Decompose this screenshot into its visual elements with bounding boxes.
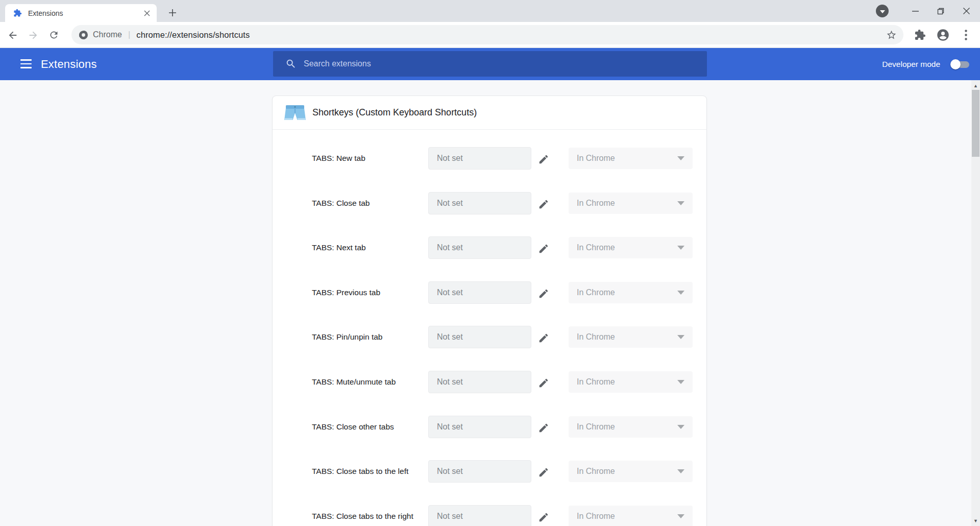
- search-input[interactable]: Search extensions: [304, 59, 371, 68]
- site-info-chip[interactable]: Chrome: [79, 30, 122, 40]
- shortcut-key-input[interactable]: [428, 147, 531, 170]
- shortcut-key-input[interactable]: [428, 236, 531, 259]
- chevron-down-icon: [677, 291, 684, 295]
- shortcut-label: TABS: Close tabs to the right: [312, 505, 413, 526]
- toggle-knob: [950, 59, 961, 69]
- kebab-menu-icon[interactable]: [959, 28, 973, 42]
- chevron-down-icon: [677, 201, 684, 205]
- shortcut-row: TABS: Close tabs to the right In Chrome: [273, 488, 706, 526]
- card-header: Shortkeys (Custom Keyboard Shortcuts): [273, 96, 706, 130]
- tab-close-icon[interactable]: [142, 9, 152, 18]
- chevron-down-icon: [677, 335, 684, 339]
- shortcut-key-input[interactable]: [428, 416, 531, 438]
- scope-select[interactable]: In Chrome: [569, 371, 693, 393]
- scope-select[interactable]: In Chrome: [569, 237, 693, 258]
- shortcut-label: TABS: Pin/unpin tab: [312, 326, 382, 348]
- scope-select[interactable]: In Chrome: [569, 148, 693, 169]
- shortcut-row: TABS: Close tab In Chrome: [273, 175, 706, 220]
- scope-select[interactable]: In Chrome: [569, 326, 693, 348]
- omnibox-separator: |: [128, 30, 130, 40]
- shortcut-label: TABS: Mute/unmute tab: [312, 371, 396, 393]
- extension-shortcuts-card: Shortkeys (Custom Keyboard Shortcuts) TA…: [272, 95, 707, 526]
- shortcut-label: TABS: Close other tabs: [312, 416, 394, 438]
- shortkeys-extension-icon: [284, 103, 306, 123]
- scope-value: In Chrome: [577, 377, 677, 387]
- minimize-button[interactable]: [903, 0, 927, 22]
- shortcut-label: TABS: Close tab: [312, 192, 370, 214]
- scope-select[interactable]: In Chrome: [569, 461, 693, 482]
- new-tab-button[interactable]: [165, 6, 180, 20]
- window-controls: [876, 0, 980, 22]
- search-icon: [285, 58, 297, 69]
- extensions-toolbar: Extensions Search extensions Developer m…: [0, 48, 980, 80]
- edit-pencil-icon[interactable]: [537, 198, 550, 211]
- scope-select[interactable]: In Chrome: [569, 416, 693, 438]
- bookmark-star-icon[interactable]: [885, 29, 897, 41]
- chevron-down-icon: [677, 469, 684, 473]
- shortcut-key-input[interactable]: [428, 505, 531, 526]
- shortcut-label: TABS: New tab: [312, 147, 365, 170]
- scope-select[interactable]: In Chrome: [569, 506, 693, 526]
- hamburger-menu-icon[interactable]: [20, 59, 32, 68]
- browser-tab-extensions[interactable]: Extensions: [5, 4, 157, 22]
- scope-select[interactable]: In Chrome: [569, 282, 693, 303]
- shortcut-label: TABS: Close tabs to the left: [312, 460, 408, 483]
- page-scrollbar[interactable]: ▲ ▼: [971, 80, 980, 526]
- chrome-update-icon[interactable]: [876, 5, 889, 17]
- site-label: Chrome: [93, 30, 122, 39]
- shortcut-key-input[interactable]: [428, 371, 531, 393]
- shortcut-key-input[interactable]: [428, 281, 531, 304]
- shortcut-row: TABS: Close other tabs In Chrome: [273, 398, 706, 443]
- edit-pencil-icon[interactable]: [537, 242, 550, 255]
- edit-pencil-icon[interactable]: [537, 421, 550, 435]
- scrollbar-thumb[interactable]: [972, 90, 979, 157]
- scope-value: In Chrome: [577, 422, 677, 432]
- shortcut-key-input[interactable]: [428, 460, 531, 483]
- scope-value: In Chrome: [577, 199, 677, 208]
- url-text[interactable]: chrome://extensions/shortcuts: [136, 30, 885, 40]
- chevron-down-icon: [677, 425, 684, 429]
- shortcut-row: TABS: New tab In Chrome: [273, 130, 706, 175]
- back-icon[interactable]: [6, 29, 19, 42]
- search-box[interactable]: Search extensions: [273, 51, 707, 77]
- reload-icon[interactable]: [47, 29, 60, 42]
- scope-value: In Chrome: [577, 332, 677, 342]
- chevron-down-icon: [677, 156, 684, 160]
- maximize-button[interactable]: [929, 0, 952, 22]
- scope-value: In Chrome: [577, 154, 677, 163]
- edit-pencil-icon[interactable]: [537, 153, 550, 166]
- close-window-button[interactable]: [954, 0, 978, 22]
- scope-value: In Chrome: [577, 243, 677, 252]
- content-area: Shortkeys (Custom Keyboard Shortcuts) TA…: [0, 80, 980, 526]
- edit-pencil-icon[interactable]: [537, 376, 550, 390]
- chrome-logo-icon: [79, 30, 88, 40]
- chevron-down-icon: [677, 380, 684, 384]
- puzzle-favicon-icon: [13, 9, 22, 17]
- scope-select[interactable]: In Chrome: [569, 193, 693, 214]
- shortcut-key-input[interactable]: [428, 192, 531, 214]
- edit-pencil-icon[interactable]: [537, 466, 550, 479]
- scroll-down-icon[interactable]: ▼: [971, 516, 980, 525]
- scroll-up-icon[interactable]: ▲: [971, 81, 980, 90]
- shortcut-key-input[interactable]: [428, 326, 531, 348]
- shortcut-row: TABS: Close tabs to the left In Chrome: [273, 443, 706, 488]
- shortcut-row: TABS: Next tab In Chrome: [273, 219, 706, 264]
- extensions-menu-icon[interactable]: [913, 28, 927, 42]
- tab-title: Extensions: [28, 9, 142, 17]
- tab-strip: Extensions: [0, 0, 980, 22]
- scope-value: In Chrome: [577, 288, 677, 297]
- profile-avatar-icon[interactable]: [936, 28, 950, 42]
- developer-mode-toggle[interactable]: [950, 59, 970, 70]
- shortcut-label: TABS: Next tab: [312, 236, 366, 259]
- shortcut-row: TABS: Previous tab In Chrome: [273, 264, 706, 309]
- shortcut-row: TABS: Pin/unpin tab In Chrome: [273, 308, 706, 353]
- chevron-down-icon: [677, 514, 684, 518]
- address-bar: Chrome | chrome://extensions/shortcuts: [0, 22, 980, 48]
- forward-icon[interactable]: [27, 29, 40, 42]
- edit-pencil-icon[interactable]: [537, 331, 550, 345]
- developer-mode-label: Developer mode: [882, 60, 940, 69]
- omnibox[interactable]: Chrome | chrome://extensions/shortcuts: [71, 25, 903, 44]
- edit-pencil-icon[interactable]: [537, 287, 550, 300]
- scope-value: In Chrome: [577, 512, 677, 521]
- edit-pencil-icon[interactable]: [537, 511, 550, 524]
